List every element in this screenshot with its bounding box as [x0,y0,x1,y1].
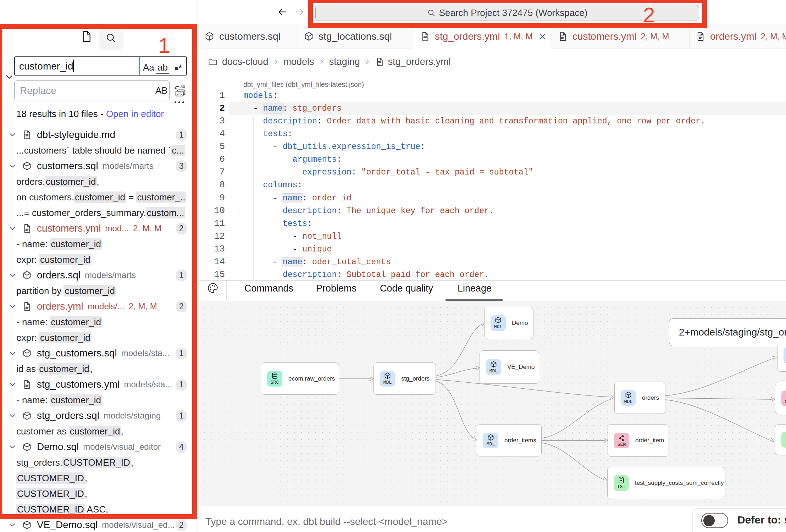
svg-text:ab: ab [181,84,186,89]
svg-text:ac: ac [177,91,182,96]
